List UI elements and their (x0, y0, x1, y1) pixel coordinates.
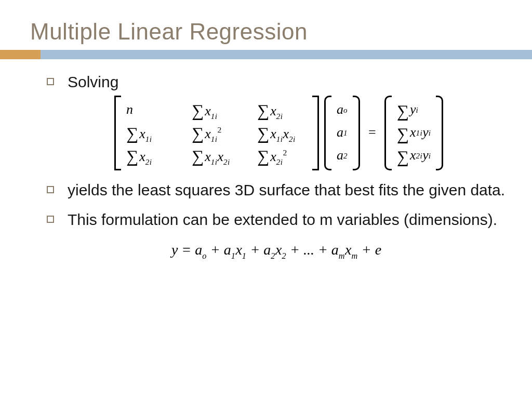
vector-a-content: ao a1 a2 (331, 96, 353, 170)
bullet-list: Solving n ∑x1i ∑x2i ∑x1 (47, 72, 506, 230)
right-curly-brace-icon (436, 96, 443, 170)
right-square-bracket-icon (312, 96, 319, 170)
regression-model-formula: y = ao + a1x1 + a2x2 + ... + amxm + e (47, 241, 506, 261)
A33: ∑x2i2 (257, 144, 307, 167)
bullet-yields: yields the least squares 3D surface that… (47, 180, 506, 201)
b1: ∑yi (397, 99, 431, 122)
A23: ∑x1ix2i (257, 122, 307, 144)
normal-equations-formula: n ∑x1i ∑x2i ∑x1i ∑x1i2 ∑x1ix2i ∑x2i (114, 96, 506, 170)
matrix-content: n ∑x1i ∑x2i ∑x1i ∑x1i2 ∑x1ix2i ∑x2i (121, 96, 312, 170)
A11: n (126, 101, 176, 118)
bullet-solving: Solving n ∑x1i ∑x2i ∑x1 (47, 72, 506, 170)
A32: ∑x1ix2i (192, 144, 242, 167)
bullet-extended: This formulation can be extended to m va… (47, 209, 506, 230)
vector-b: ∑yi ∑x1iyi ∑x2iyi (384, 96, 444, 170)
slide-title: Multiple Linear Regression (0, 0, 532, 50)
slide: Multiple Linear Regression Solving n ∑x1… (0, 0, 532, 399)
rule-accent-blue (41, 50, 532, 59)
vector-a: ao a1 a2 (324, 96, 360, 170)
b3: ∑x2iyi (397, 144, 431, 167)
left-curly-brace-icon (324, 96, 331, 170)
right-curly-brace-icon (353, 96, 360, 170)
a1: a1 (337, 122, 348, 144)
a0: ao (337, 99, 348, 122)
b2: ∑x1iyi (397, 122, 431, 144)
title-rule (0, 50, 532, 59)
rule-accent-orange (0, 50, 41, 59)
matrix-A: n ∑x1i ∑x2i ∑x1i ∑x1i2 ∑x1ix2i ∑x2i (114, 96, 319, 170)
bullet-text: This formulation can be extended to m va… (68, 211, 497, 228)
bullet-text: yields the least squares 3D surface that… (68, 181, 505, 198)
left-curly-brace-icon (384, 96, 392, 170)
A22: ∑x1i2 (192, 122, 242, 144)
A13: ∑x2i (257, 99, 307, 122)
vector-b-content: ∑yi ∑x1iyi ∑x2iyi (392, 96, 436, 170)
left-square-bracket-icon (114, 96, 121, 170)
A12: ∑x1i (192, 99, 242, 122)
A31: ∑x2i (126, 144, 176, 167)
slide-body: Solving n ∑x1i ∑x2i ∑x1 (0, 59, 532, 261)
bullet-text: Solving (68, 73, 118, 90)
A21: ∑x1i (126, 122, 176, 144)
a2: a2 (337, 144, 348, 167)
equals-sign: = (368, 124, 376, 141)
